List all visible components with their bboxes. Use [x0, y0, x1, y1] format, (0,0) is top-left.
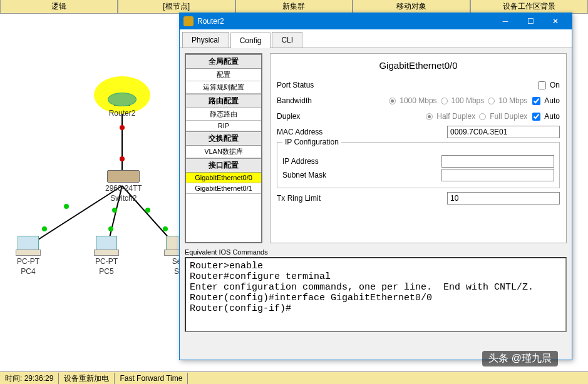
pc-model-label: PC-PT [16, 257, 41, 266]
minimize-button[interactable]: ─ [493, 13, 518, 29]
tab-move-object[interactable]: 移动对象 [353, 0, 470, 13]
pc-name-label: PC4 [16, 267, 41, 276]
half-duplex-radio[interactable] [426, 113, 433, 120]
router-icon [108, 93, 137, 106]
txring-input[interactable] [447, 192, 560, 205]
app-icon [183, 16, 193, 26]
bw-100-radio[interactable] [441, 98, 448, 104]
port-status-checkbox[interactable] [538, 81, 546, 89]
cli-section-label: Equivalent IOS Commands [180, 248, 572, 256]
router-name-label: Router2 [108, 109, 137, 118]
switch-model-label: 2960-24TT [105, 184, 142, 193]
tab-workspace-bg[interactable]: 设备工作区背景 [470, 0, 588, 13]
mask-label: Subnet Mask [282, 171, 345, 179]
ip-config-group: IP Configuration IP Address Subnet Mask [277, 142, 560, 188]
ip-config-title: IP Configuration [282, 138, 341, 146]
router-config-dialog: Router2 ─ ☐ ✕ Physical Config CLI 全局配置 配… [179, 13, 572, 360]
mac-label: MAC Address [277, 128, 346, 136]
duplex-auto-label: Auto [544, 112, 560, 121]
pc-name-label: PC5 [94, 267, 119, 276]
half-duplex-label: Half Duplex [436, 112, 475, 121]
device-switch2[interactable]: 2960-24TT Switch2 [105, 170, 142, 203]
bw-10-radio[interactable] [488, 98, 495, 104]
tab-config[interactable]: Config [230, 33, 271, 48]
pc-icon [94, 236, 119, 256]
ip-input[interactable] [441, 155, 554, 168]
tree-gig00[interactable]: GigabitEthernet0/0 [186, 173, 261, 183]
duplex-label: Duplex [277, 112, 346, 121]
dialog-tabs: Physical Config CLI [180, 29, 572, 48]
link-dot-icon [163, 226, 168, 231]
tree-vlan[interactable]: VLAN数据库 [186, 146, 261, 158]
mac-input[interactable] [447, 126, 560, 138]
ip-label: IP Address [282, 157, 345, 166]
port-status-label: Port Status [277, 81, 346, 89]
pc-icon [16, 236, 41, 256]
tree-interface-header[interactable]: 接口配置 [186, 158, 261, 173]
titlebar[interactable]: Router2 ─ ☐ ✕ [180, 13, 572, 29]
mask-input[interactable] [441, 169, 554, 181]
time-label: 时间: 29:36:29 [0, 373, 59, 384]
tree-gig01[interactable]: GigabitEthernet0/1 [186, 183, 261, 194]
tab-new-cluster[interactable]: 新集群 [235, 0, 353, 13]
tree-switching-header[interactable]: 交换配置 [186, 131, 261, 146]
link-dot-icon [108, 226, 113, 231]
tab-config-label: Config [240, 36, 262, 45]
link-dot-icon [145, 208, 150, 213]
bw-1000-radio[interactable] [389, 98, 396, 104]
form-title: GigabitEthernet0/0 [277, 58, 560, 76]
pc-model-label: PC-PT [94, 257, 119, 266]
switch-icon [107, 170, 140, 183]
tree-algorithm[interactable]: 运算规则配置 [186, 81, 261, 94]
fast-forward-button[interactable]: Fast Forward Time [115, 373, 188, 384]
tab-logic[interactable]: 逻辑 [0, 0, 118, 13]
config-tree: 全局配置 配置 运算规则配置 路由配置 静态路由 RIP 交换配置 VLAN数据… [185, 53, 262, 243]
statusbar: 时间: 29:36:29 设备重新加电 Fast Forward Time [0, 371, 588, 384]
full-duplex-label: Full Duplex [490, 112, 527, 121]
maximize-button[interactable]: ☐ [518, 13, 543, 29]
bw-100-label: 100 Mbps [451, 96, 485, 105]
txring-label: Tx Ring Limit [277, 194, 346, 203]
on-label: On [550, 81, 560, 89]
device-pc4[interactable]: PC-PT PC4 [16, 236, 41, 276]
link-dot-icon [120, 125, 125, 130]
watermark: 头条 @瑾九晨 [482, 351, 558, 366]
tree-static[interactable]: 静态路由 [186, 108, 261, 121]
tab-physical[interactable]: Physical [182, 32, 229, 48]
full-duplex-radio[interactable] [479, 113, 486, 120]
cli-output[interactable]: Router>enable Router#configure terminal … [185, 257, 567, 332]
bw-1000-label: 1000 Mbps [400, 96, 436, 105]
device-pc5[interactable]: PC-PT PC5 [94, 236, 119, 276]
window-title: Router2 [197, 17, 493, 26]
link-dot-icon [64, 204, 69, 209]
bw-auto-checkbox[interactable] [532, 97, 540, 105]
bw-auto-label: Auto [544, 96, 560, 105]
tree-settings[interactable]: 配置 [186, 69, 261, 81]
top-menu-bar: 逻辑 [根节点] 新集群 移动对象 设备工作区背景 [0, 0, 588, 14]
tree-global-header[interactable]: 全局配置 [186, 54, 261, 69]
link-dot-icon [120, 156, 125, 161]
power-cycle-button[interactable]: 设备重新加电 [59, 373, 115, 384]
bw-10-label: 10 Mbps [498, 96, 527, 105]
tree-routing-header[interactable]: 路由配置 [186, 94, 261, 108]
close-button[interactable]: ✕ [543, 13, 568, 29]
switch-name-label: Switch2 [105, 194, 142, 203]
tab-root-node[interactable]: [根节点] [118, 0, 235, 13]
duplex-auto-checkbox[interactable] [532, 113, 540, 121]
tree-rip[interactable]: RIP [186, 121, 261, 131]
tab-cli[interactable]: CLI [272, 32, 302, 48]
bandwidth-label: Bandwidth [277, 96, 346, 105]
device-router2[interactable]: 2901 Router2 [108, 84, 137, 118]
link-dot-icon [112, 208, 117, 213]
interface-form: GigabitEthernet0/0 Port Status On Bandwi… [270, 53, 567, 243]
link-dot-icon [42, 226, 47, 231]
